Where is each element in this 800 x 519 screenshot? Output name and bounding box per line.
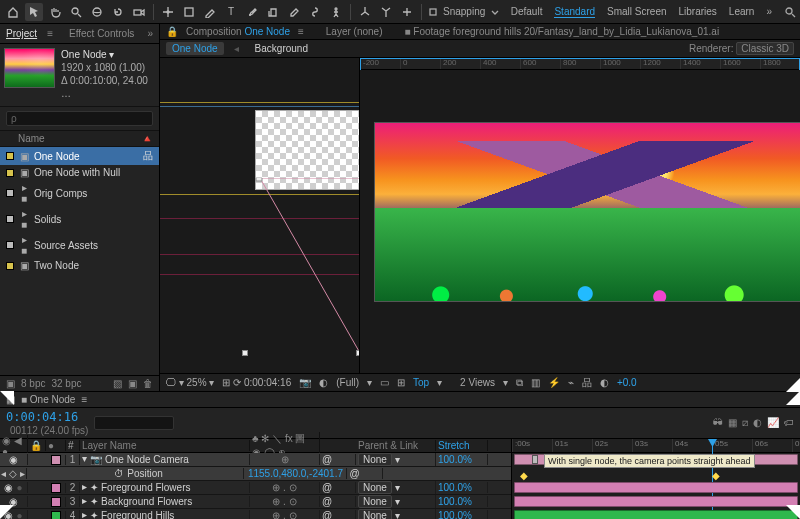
brainstorm-icon[interactable]: 🏷 (784, 417, 794, 429)
grid-icon[interactable]: ⊞ (397, 377, 405, 388)
layer-row[interactable]: ◉● 2 ▸✦Foreground Flowers ⊕ . ⊙@ None ▾ … (0, 481, 511, 495)
zoom-tool-icon[interactable] (67, 3, 85, 21)
workspace-libraries[interactable]: Libraries (679, 6, 717, 17)
comp-shy-icon[interactable]: 🕶 (713, 417, 723, 429)
graph-editor-icon[interactable]: 📈 (767, 417, 779, 429)
view-active-camera[interactable]: -200020040060080010001200140016001800 Ac… (360, 58, 800, 373)
project-item[interactable]: ▸ ■Source Assets (0, 232, 159, 258)
orbit-tool-icon[interactable] (88, 3, 106, 21)
layer-bar[interactable] (514, 482, 798, 493)
project-item[interactable]: ▣One Node品 (0, 147, 159, 165)
anchor-tool-icon[interactable] (159, 3, 177, 21)
interpret-icon[interactable]: ▣ (6, 378, 15, 389)
stopwatch-icon[interactable]: ⏱ (114, 468, 124, 479)
project-columns-header[interactable]: Name 🔺 (0, 130, 159, 147)
pixel-aspect-icon[interactable]: ▥ (531, 377, 540, 388)
new-comp-icon[interactable]: ▣ (128, 378, 137, 389)
roto-tool-icon[interactable] (306, 3, 324, 21)
snapshot-icon[interactable]: 📷 (299, 377, 311, 388)
search-help-icon[interactable] (784, 6, 796, 18)
home-icon[interactable] (4, 3, 22, 21)
axis-world-icon[interactable] (377, 3, 395, 21)
panel-menu-icon[interactable]: ≡ (81, 394, 87, 405)
project-item[interactable]: ▸ ■Orig Comps (0, 180, 159, 206)
draft3d-icon[interactable]: ▦ (728, 417, 737, 429)
camera-tool-icon[interactable] (130, 3, 148, 21)
property-row[interactable]: ◂◇▸ ⏱ Position 1155.0,480.0,-2401.7 @ (0, 467, 511, 481)
position-value[interactable]: 1155.0,480.0,-2401.7 (244, 468, 347, 479)
new-folder-icon[interactable]: ▧ (113, 378, 122, 389)
project-search-input[interactable]: ρ (6, 111, 153, 126)
frame-blend-icon[interactable]: ⧄ (742, 417, 748, 429)
tab-footage[interactable]: ■ Footage foreground hills 20/Fantasy_la… (405, 26, 720, 37)
channel-icon[interactable]: ◐ (319, 377, 328, 388)
shape-tool-icon[interactable] (180, 3, 198, 21)
layer-row[interactable]: ◉ 3 ▸✦ Background Flowers ⊕ . ⊙@ None ▾ … (0, 495, 511, 509)
view-dropdown[interactable]: Top (413, 377, 429, 388)
next-key-icon[interactable]: ▸ (20, 468, 25, 479)
share-view-icon[interactable]: ⧉ (516, 377, 523, 389)
keyframe-icon[interactable]: ◆ (712, 470, 720, 481)
solo-toggle-icon[interactable]: ● (16, 482, 22, 493)
label-color[interactable] (51, 455, 61, 465)
panel-menu-icon[interactable]: ≡ (298, 26, 304, 37)
resolution-dropdown[interactable]: ⊞ ⟳ 0:00:04:16 (222, 377, 291, 388)
clone-tool-icon[interactable] (264, 3, 282, 21)
layer-row[interactable]: ◉ ● 4 ▸✦ Foreground Hills ⊕ . ⊙@ None ▾ … (0, 509, 511, 519)
visibility-toggle-icon[interactable]: ◉ (4, 482, 13, 493)
rotate-tool-icon[interactable] (109, 3, 127, 21)
twirl-icon[interactable]: ▾ (82, 454, 87, 464)
brush-tool-icon[interactable] (243, 3, 261, 21)
bpc-alt[interactable]: 32 bpc (51, 378, 81, 389)
panel-overflow-icon[interactable]: » (147, 28, 153, 39)
workspace-small-screen[interactable]: Small Screen (607, 6, 666, 17)
eraser-tool-icon[interactable] (285, 3, 303, 21)
workspace-standard[interactable]: Standard (554, 6, 595, 18)
layer-marker[interactable] (532, 455, 538, 464)
workspace-learn[interactable]: Learn (729, 6, 755, 17)
view-top[interactable]: Top (160, 58, 360, 373)
crumb-background[interactable]: Background (249, 42, 314, 55)
exposure-value[interactable]: +0.0 (617, 377, 637, 388)
project-item[interactable]: ▸ ■Solids (0, 206, 159, 232)
parent-pickwhip-icon[interactable]: @ (322, 454, 332, 465)
camera-pos-handle[interactable] (356, 350, 359, 356)
tab-project[interactable]: Project (6, 28, 37, 39)
snapping-toggle[interactable]: Snapping (427, 6, 501, 18)
hand-tool-icon[interactable] (46, 3, 64, 21)
pen-tool-icon[interactable] (201, 3, 219, 21)
project-item[interactable]: ▣One Node with Null (0, 165, 159, 180)
canvas-top[interactable] (160, 58, 359, 373)
layer-bar[interactable] (514, 510, 798, 519)
timeline-tab-one-node[interactable]: ■ One Node (21, 394, 75, 405)
project-item[interactable]: ▣Two Node (0, 258, 159, 273)
res-dropdown[interactable]: (Full) (336, 377, 359, 388)
crumb-one-node[interactable]: One Node (166, 42, 224, 55)
timeline-tracks[interactable]: :00s01s02s03s04s05s06s07s With single no… (512, 439, 800, 519)
workspace-overflow-icon[interactable]: » (766, 6, 772, 17)
layer-bar[interactable] (514, 496, 798, 507)
layer-row[interactable]: ◉ 1 ▾📷One Node Camera ⊕ @ None ▾ 100.0% (0, 453, 511, 467)
axis-local-icon[interactable] (356, 3, 374, 21)
axis-view-icon[interactable] (398, 3, 416, 21)
motion-blur-icon[interactable]: ◐ (753, 417, 762, 429)
workspace-default[interactable]: Default (511, 6, 543, 17)
fast-preview-icon[interactable]: ⚡ (548, 377, 560, 388)
exposure-reset-icon[interactable]: ◐ (600, 377, 609, 388)
tab-composition[interactable]: Composition One Node (186, 26, 290, 37)
bpc-toggle[interactable]: 8 bpc (21, 378, 45, 389)
trash-icon[interactable]: 🗑 (143, 378, 153, 389)
magnification-dropdown[interactable]: 🖵 ▾ 25% ▾ (166, 377, 214, 388)
expression-pickwhip-icon[interactable]: @ (349, 468, 359, 479)
add-key-icon[interactable]: ◇ (9, 468, 17, 479)
renderer-button[interactable]: Renderer: Classic 3D (689, 43, 794, 54)
visibility-toggle-icon[interactable]: ◉ (9, 454, 18, 465)
panel-menu-icon[interactable]: ≡ (47, 28, 53, 39)
type-tool-icon[interactable]: T (222, 3, 240, 21)
selection-tool-icon[interactable] (25, 3, 43, 21)
comp-flow-icon[interactable]: 品 (582, 376, 592, 390)
parent-dropdown[interactable]: None (358, 453, 392, 466)
timeline-search-input[interactable] (94, 416, 174, 430)
current-timecode[interactable]: 0:00:04:16 (6, 410, 88, 424)
views-count-dropdown[interactable]: 2 Views (460, 377, 495, 388)
